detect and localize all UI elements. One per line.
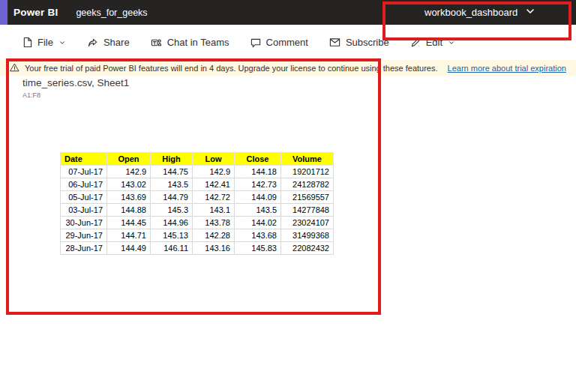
table-row: 06-Jul-17143.02143.5142.41142.7324128782 [61,178,334,191]
teams-icon [151,37,162,48]
table-cell: 143.1 [193,204,235,217]
table-cell: 145.83 [235,242,281,255]
toolbar: File Share Chat in Teams Comment Subscri… [0,25,576,60]
top-bar: Power BI geeks_for_geeks workbook_dashbo… [0,0,576,25]
table-cell: 142.72 [193,191,235,204]
dashboard-selector[interactable]: workbook_dashboard [424,0,536,25]
table-header-low: Low [193,153,235,166]
share-label: Share [104,37,130,48]
trial-notification-banner: Your free trial of paid Power BI feature… [0,60,576,76]
table-cell: 28-Jun-17 [61,242,107,255]
subscribe-button[interactable]: Subscribe [329,37,389,48]
table-cell: 143.5 [235,204,281,217]
table-cell: 143.68 [235,229,281,242]
table-cell: 144.09 [235,191,281,204]
table-row: 07-Jul-17142.9144.75142.9144.1819201712 [61,166,334,178]
table-cell: 144.45 [107,217,151,229]
edit-button[interactable]: Edit [410,37,455,48]
workbook-title: time_series.csv, Sheet1 [22,77,129,88]
table-cell: 22082432 [281,242,334,255]
chevron-down-icon [525,6,536,19]
table-header-close: Close [235,153,281,166]
table-cell: 142.9 [107,166,151,178]
table-cell: 146.11 [151,242,193,255]
table-cell: 142.28 [193,229,235,242]
table-cell: 145.13 [151,229,193,242]
subscribe-icon [329,37,340,47]
table-cell: 144.79 [151,191,193,204]
table-row: 03-Jul-17144.88145.3143.1143.514277848 [61,204,334,217]
table-header-row: DateOpenHighLowCloseVolume [61,153,334,166]
table-cell: 29-Jun-17 [61,229,107,242]
table-cell: 05-Jul-17 [61,191,107,204]
edit-label: Edit [426,37,442,48]
chat-in-teams-label: Chat in Teams [167,37,230,48]
table-row: 28-Jun-17144.49146.11143.16145.832208243… [61,242,334,255]
comment-label: Comment [266,37,308,48]
dashboard-selector-label: workbook_dashboard [424,7,518,18]
table-header-high: High [151,153,193,166]
table-cell: 145.3 [151,204,193,217]
warning-icon [10,63,20,73]
table-cell: 144.18 [235,166,281,178]
table-cell: 30-Jun-17 [61,217,107,229]
table-cell: 144.49 [107,242,151,255]
table-cell: 142.41 [193,178,235,191]
table-cell: 07-Jul-17 [61,166,107,178]
table-cell: 142.73 [235,178,281,191]
table-cell: 24128782 [281,178,334,191]
table-cell: 143.5 [151,178,193,191]
comment-icon [250,37,261,48]
file-menu-label: File [38,37,53,48]
table-cell: 144.71 [107,229,151,242]
excel-table: DateOpenHighLowCloseVolume 07-Jul-17142.… [60,152,334,255]
table-header-date: Date [61,153,107,166]
table-cell: 23024107 [281,217,334,229]
file-icon [22,37,32,48]
table-cell: 144.75 [151,166,193,178]
chat-in-teams-button[interactable]: Chat in Teams [151,37,230,48]
trial-learn-more-link[interactable]: Learn more about trial expiration [448,64,566,73]
trial-notification-text: Your free trial of paid Power BI feature… [25,64,438,73]
share-icon [87,37,98,48]
table-cell: 143.02 [107,178,151,191]
table-cell: 14277848 [281,204,334,217]
table-cell: 143.16 [193,242,235,255]
table-cell: 144.02 [235,217,281,229]
table-cell: 06-Jul-17 [61,178,107,191]
table-cell: 143.78 [193,217,235,229]
workspace-breadcrumb[interactable]: geeks_for_geeks [76,7,147,18]
table-row: 05-Jul-17143.69144.79142.72144.092156955… [61,191,334,204]
share-button[interactable]: Share [87,37,130,48]
table-cell: 03-Jul-17 [61,204,107,217]
chevron-down-icon [448,39,455,46]
chevron-down-icon [58,39,66,46]
table-header-open: Open [107,153,151,166]
file-menu-button[interactable]: File [22,37,66,48]
table-cell: 21569557 [281,191,334,204]
powerbi-logo[interactable]: Power BI [14,7,58,18]
table-cell: 143.69 [107,191,151,204]
table-cell: 144.96 [151,217,193,229]
table-row: 29-Jun-17144.71145.13142.28143.683149936… [61,229,334,242]
table-cell: 19201712 [281,166,334,178]
comment-button[interactable]: Comment [250,37,308,48]
table-cell: 31499368 [281,229,334,242]
table-body: 07-Jul-17142.9144.75142.9144.18192017120… [61,166,334,255]
workbook-cell-range: A1:F8 [22,91,40,99]
table-header-volume: Volume [281,153,334,166]
edit-icon [410,37,421,48]
table-cell: 144.88 [107,204,151,217]
table-cell: 142.9 [193,166,235,178]
subscribe-label: Subscribe [346,37,389,48]
table-row: 30-Jun-17144.45144.96143.78144.022302410… [61,217,334,229]
app-launcher-accent [0,0,8,25]
